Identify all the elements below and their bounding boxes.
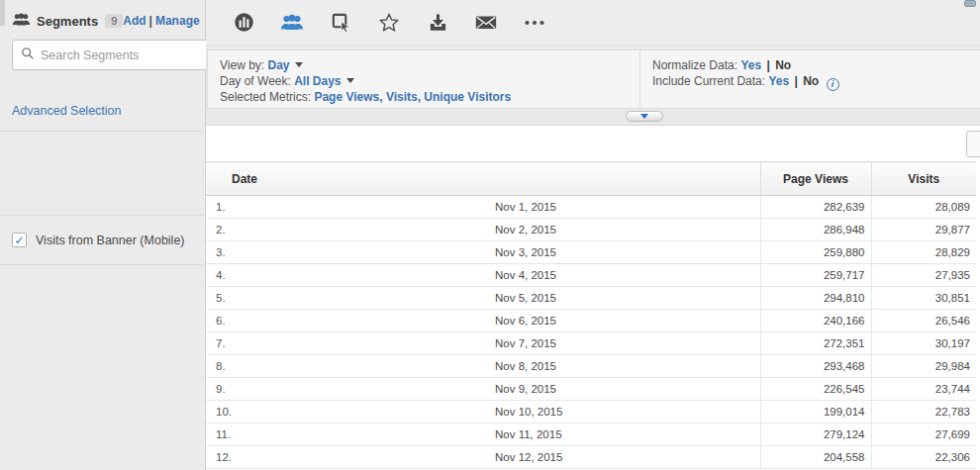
segments-icon[interactable] bbox=[280, 11, 304, 35]
column-header-page-views[interactable]: Page Views bbox=[760, 162, 871, 196]
table-options-button[interactable] bbox=[966, 131, 980, 157]
option-separator: | bbox=[766, 58, 769, 72]
day-of-week-value[interactable]: All Days bbox=[294, 74, 341, 88]
search-segments-input[interactable] bbox=[41, 48, 200, 62]
table-row[interactable]: 8. Nov 8, 2015 293,468 29,984 bbox=[206, 355, 976, 378]
app-window: Segments 9 Add|Manage Advanced Selecti bbox=[0, 0, 980, 470]
row-rank: 11. bbox=[206, 423, 483, 446]
row-page-views: 282,639 bbox=[760, 196, 871, 219]
selected-metrics-value[interactable]: Page Views, Visits, Unique Visitors bbox=[314, 90, 511, 104]
day-of-week-row: Day of Week: All Days bbox=[220, 73, 628, 89]
row-visits: 27,935 bbox=[871, 264, 976, 287]
column-header-date[interactable]: Date bbox=[206, 162, 760, 196]
row-rank: 4. bbox=[206, 264, 483, 287]
row-date: Nov 5, 2015 bbox=[483, 287, 760, 310]
row-date: Nov 9, 2015 bbox=[483, 378, 760, 401]
download-icon[interactable] bbox=[426, 11, 449, 35]
row-rank: 8. bbox=[206, 355, 483, 378]
table-row[interactable]: 9. Nov 9, 2015 226,545 23,744 bbox=[206, 378, 976, 401]
row-rank: 10. bbox=[206, 401, 483, 423]
chevron-down-icon[interactable] bbox=[346, 78, 354, 83]
table-row[interactable]: 1. Nov 1, 2015 282,639 28,089 bbox=[206, 196, 976, 219]
row-date: Nov 3, 2015 bbox=[483, 241, 760, 264]
table-row[interactable]: 10. Nov 10, 2015 199,014 22,783 bbox=[206, 401, 976, 423]
report-table-area: Date Page Views Visits 1. Nov 1, 2015 28… bbox=[206, 126, 980, 470]
selected-metrics-row: Selected Metrics: Page Views, Visits, Un… bbox=[220, 89, 628, 105]
table-row[interactable]: 4. Nov 4, 2015 259,717 27,935 bbox=[206, 264, 976, 287]
row-rank: 2. bbox=[206, 219, 483, 241]
click-select-icon[interactable] bbox=[329, 11, 352, 35]
row-visits: 28,829 bbox=[871, 241, 976, 264]
vertical-scrollbar-thumb[interactable] bbox=[964, 0, 976, 7]
advanced-selection-row: Advanced Selection bbox=[12, 104, 193, 131]
search-icon bbox=[21, 47, 35, 63]
day-of-week-label: Day of Week: bbox=[220, 74, 291, 88]
report-options-panel: View by: Day Day of Week: All Days Selec… bbox=[207, 49, 980, 109]
favorites-star-icon[interactable] bbox=[377, 11, 401, 35]
row-visits: 30,197 bbox=[871, 332, 976, 355]
include-no-option[interactable]: No bbox=[803, 74, 819, 88]
segments-group-icon bbox=[12, 11, 31, 31]
row-visits: 29,984 bbox=[871, 355, 976, 378]
row-date: Nov 8, 2015 bbox=[483, 355, 760, 378]
row-visits: 27,699 bbox=[871, 423, 976, 446]
row-page-views: 286,948 bbox=[760, 219, 871, 241]
email-icon[interactable] bbox=[474, 11, 498, 35]
row-page-views: 259,880 bbox=[760, 241, 871, 264]
row-rank: 3. bbox=[206, 241, 483, 264]
selected-metrics-label: Selected Metrics: bbox=[220, 90, 311, 104]
normalize-data-row: Normalize Data: Yes | No bbox=[652, 57, 968, 73]
row-page-views: 240,166 bbox=[760, 310, 871, 332]
row-rank: 7. bbox=[206, 332, 483, 355]
table-body: 1. Nov 1, 2015 282,639 28,089 2. Nov 2, … bbox=[206, 196, 976, 469]
row-date: Nov 10, 2015 bbox=[483, 401, 760, 423]
row-visits: 22,783 bbox=[871, 401, 976, 423]
table-row[interactable]: 11. Nov 11, 2015 279,124 27,699 bbox=[206, 423, 976, 446]
segments-title: Segments bbox=[37, 14, 98, 29]
collapse-panel-button[interactable] bbox=[626, 111, 663, 122]
options-left-column: View by: Day Day of Week: All Days Selec… bbox=[208, 50, 640, 108]
row-visits: 30,851 bbox=[871, 287, 976, 310]
options-zone: View by: Day Day of Week: All Days Selec… bbox=[206, 46, 980, 126]
table-row[interactable]: 12. Nov 12, 2015 204,558 22,306 bbox=[206, 446, 976, 469]
normalize-data-label: Normalize Data: bbox=[652, 58, 737, 72]
advanced-selection-link[interactable]: Advanced Selection bbox=[12, 104, 122, 118]
column-header-visits[interactable]: Visits bbox=[871, 162, 976, 196]
report-table: Date Page Views Visits 1. Nov 1, 2015 28… bbox=[206, 161, 976, 469]
info-icon[interactable]: i bbox=[827, 78, 839, 91]
include-yes-link[interactable]: Yes bbox=[768, 74, 789, 88]
segment-search-row bbox=[12, 40, 197, 70]
table-row[interactable]: 3. Nov 3, 2015 259,880 28,829 bbox=[206, 241, 976, 264]
table-row[interactable]: 5. Nov 5, 2015 294,810 30,851 bbox=[206, 287, 976, 310]
add-segment-link[interactable]: Add bbox=[123, 14, 146, 28]
include-current-data-row: Include Current Data: Yes | No i bbox=[652, 73, 968, 91]
view-by-value[interactable]: Day bbox=[267, 58, 289, 72]
collapse-arrow-icon bbox=[640, 114, 648, 119]
normalize-yes-link[interactable]: Yes bbox=[740, 58, 761, 72]
chevron-down-icon[interactable] bbox=[295, 62, 303, 67]
more-icon[interactable] bbox=[523, 11, 546, 35]
sidebar-spacer bbox=[0, 132, 205, 215]
table-row[interactable]: 2. Nov 2, 2015 286,948 29,877 bbox=[206, 219, 976, 241]
table-row[interactable]: 6. Nov 6, 2015 240,166 26,546 bbox=[206, 310, 976, 332]
view-by-row: View by: Day bbox=[220, 57, 628, 73]
segment-search-box[interactable] bbox=[12, 40, 209, 70]
normalize-no-option[interactable]: No bbox=[775, 58, 791, 72]
segment-item-visits-from-banner-mobile[interactable]: ✓ Visits from Banner (Mobile) bbox=[0, 215, 205, 265]
table-row[interactable]: 7. Nov 7, 2015 272,351 30,197 bbox=[206, 332, 976, 355]
segment-checkbox[interactable]: ✓ bbox=[12, 233, 27, 247]
row-date: Nov 4, 2015 bbox=[483, 264, 760, 287]
checkmark-icon: ✓ bbox=[14, 235, 24, 246]
view-by-label: View by: bbox=[220, 58, 264, 72]
segments-header: Segments 9 Add|Manage bbox=[0, 0, 205, 31]
row-rank: 12. bbox=[206, 446, 483, 469]
option-separator: | bbox=[794, 74, 797, 88]
report-graph-icon[interactable] bbox=[232, 11, 255, 35]
collapse-band bbox=[206, 109, 980, 126]
row-date: Nov 1, 2015 bbox=[483, 196, 760, 219]
segments-sidebar: Segments 9 Add|Manage Advanced Selecti bbox=[0, 0, 206, 470]
main-content: View by: Day Day of Week: All Days Selec… bbox=[206, 0, 980, 470]
manage-segments-link[interactable]: Manage bbox=[155, 14, 200, 28]
row-page-views: 199,014 bbox=[760, 401, 871, 423]
row-visits: 28,089 bbox=[871, 196, 976, 219]
